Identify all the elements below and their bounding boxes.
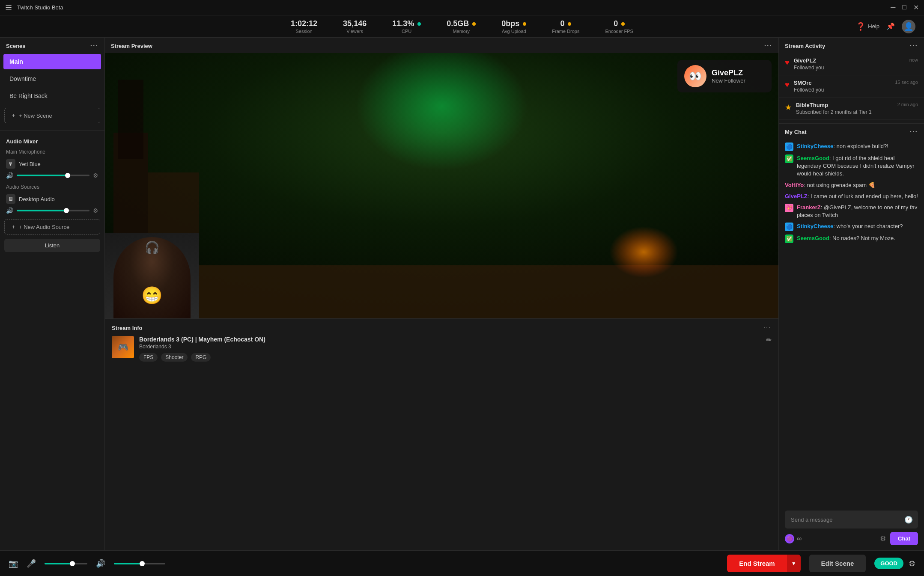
desktop-audio-device-row: 🖥 Desktop Audio [0, 193, 104, 205]
close-button[interactable]: ✕ [913, 3, 919, 12]
webcam-overlay: 🎧 😁 [105, 233, 199, 318]
good-status-badge: GOOD [874, 558, 903, 569]
stream-info-title: Stream Info [112, 325, 143, 331]
chat-settings-icon[interactable]: ⚙ [880, 534, 886, 543]
game-thumbnail-icon: 🎮 [118, 342, 128, 352]
chat-menu[interactable]: ··· [910, 128, 918, 136]
maximize-button[interactable]: □ [902, 3, 906, 12]
chat-username-6: StinkyCheese [797, 223, 833, 229]
encoderfps-status-dot [621, 22, 625, 26]
minimize-button[interactable]: ─ [891, 3, 895, 12]
speaker-icon[interactable]: 🔊 [96, 559, 105, 568]
chat-username-3: VoHiYo [785, 182, 804, 188]
bottom-volume-fill-2 [114, 563, 142, 564]
chat-messages: 🔵 StinkyCheese: non explosive build?! ✅ … [779, 139, 924, 506]
left-sidebar: Scenes ··· Main Downtime Be Right Back ＋… [0, 38, 105, 550]
pin-icon[interactable]: 📌 [886, 22, 895, 30]
chat-title: My Chat [785, 129, 807, 135]
chat-badge-5: 💖 [785, 204, 793, 212]
desktop-audio-volume-row: 🔊 ⚙ [0, 205, 104, 217]
scene-item-main[interactable]: Main [3, 54, 101, 69]
stream-tags: FPS Shooter RPG [139, 353, 761, 362]
scenes-section-header: Scenes ··· [0, 38, 104, 53]
microphone-volume-row: 🔊 ⚙ [0, 170, 104, 182]
memory-status-dot [472, 22, 476, 26]
scenes-menu-button[interactable]: ··· [90, 42, 98, 50]
chat-section: My Chat ··· 🔵 StinkyCheese: non explosiv… [779, 124, 924, 550]
chat-input-placeholder: Send a message [791, 517, 833, 523]
tag-fps: FPS [139, 353, 158, 362]
microphone-volume-slider[interactable] [17, 175, 89, 176]
follower-notification: 👀 GivePLZ New Follower [677, 60, 772, 92]
menu-icon[interactable]: ☰ [5, 3, 12, 12]
person-icon: 😁 [141, 285, 163, 306]
heart-icon-giveplz: ♥ [785, 58, 790, 67]
edit-scene-button[interactable]: Edit Scene [809, 555, 866, 572]
microphone-volume-fill [17, 175, 68, 176]
center-content: Stream Preview ··· [105, 38, 778, 550]
chat-badge-6: 🔵 [785, 223, 793, 231]
title-bar: ☰ Twitch Studio Beta ─ □ ✕ [0, 0, 924, 15]
plus-icon: ＋ [11, 112, 16, 119]
game-overlay [105, 53, 778, 318]
bottom-settings-icon[interactable]: ⚙ [909, 559, 915, 568]
cpu-status-dot [417, 22, 421, 26]
chat-username-4: GivePLZ [785, 193, 808, 199]
follower-info: GivePLZ New Follower [712, 68, 745, 84]
divider [0, 130, 104, 131]
end-stream-dropdown-button[interactable]: ▼ [787, 555, 801, 572]
chat-input-box[interactable]: Send a message 🕐 [785, 511, 918, 528]
tag-rpg: RPG [191, 353, 211, 362]
main-microphone-label: Main Microphone [0, 147, 104, 157]
chat-emoji-button[interactable]: 🕐 [904, 516, 913, 524]
new-scene-button[interactable]: ＋ + New Scene [4, 108, 100, 123]
chat-send-button[interactable]: Chat [890, 532, 918, 545]
microphone-device-icon: 🎙 [6, 159, 15, 169]
stat-frame-drops: 0 Frame Drops [552, 19, 579, 34]
follower-emoji: 👀 [689, 70, 702, 82]
stream-activity-menu[interactable]: ··· [910, 42, 918, 50]
headphones-icon: 🎧 [145, 240, 160, 255]
upload-status-dot [523, 22, 526, 26]
scene-item-downtime[interactable]: Downtime [3, 71, 101, 86]
activity-item-smorc: ♥ SMOrc Followed you 15 sec ago [779, 75, 924, 98]
mic-icon: 🎙 [8, 161, 13, 167]
bottom-volume-slider-2[interactable] [114, 563, 165, 564]
chat-bottom-row: 🟣 ∞ ⚙ Chat [785, 532, 918, 545]
audio-sources-label: Audio Sources [0, 182, 104, 193]
chat-header: My Chat ··· [779, 124, 924, 139]
chat-message-2: ✅ SeemsGood: I got rid of the shield hea… [785, 154, 918, 178]
microphone-bottom-icon[interactable]: 🎤 [27, 559, 36, 568]
microphone-volume-thumb [65, 173, 70, 178]
stream-preview-area: 👀 GivePLZ New Follower 🎧 😁 [105, 53, 778, 318]
stream-preview-title: Stream Preview [111, 43, 152, 49]
chat-message-6: 🔵 StinkyCheese: who's your next characte… [785, 223, 918, 231]
desktop-audio-settings-icon[interactable]: ⚙ [93, 207, 98, 214]
right-sidebar: Stream Activity ··· ♥ GivePLZ Followed y… [778, 38, 924, 550]
stat-encoder-fps: 0 Encoder FPS [605, 19, 633, 34]
stats-bar: 1:02:12 Session 35,146 Viewers 11.3% CPU… [0, 15, 924, 38]
microphone-device-name: Yeti Blue [19, 161, 41, 167]
star-icon-biblethump: ★ [785, 103, 792, 112]
avatar[interactable]: 👤 [902, 20, 915, 33]
help-button[interactable]: ❓ Help [856, 22, 879, 31]
chat-badge-2: ✅ [785, 154, 793, 163]
stream-info-edit-button[interactable]: ✏ [766, 336, 772, 344]
new-audio-source-button[interactable]: ＋ + New Audio Source [4, 219, 100, 235]
desktop-audio-device-name: Desktop Audio [19, 196, 55, 202]
follower-avatar: 👀 [684, 65, 706, 87]
camera-icon[interactable]: 📷 [9, 559, 18, 568]
listen-button[interactable]: Listen [4, 239, 100, 252]
microphone-settings-icon[interactable]: ⚙ [93, 172, 98, 179]
bottom-volume-slider-1[interactable] [45, 563, 87, 564]
game-thumbnail: 🎮 [112, 336, 134, 358]
stream-info-menu[interactable]: ··· [763, 324, 772, 332]
end-stream-button[interactable]: End Stream [727, 555, 787, 572]
stream-activity-header: Stream Activity ··· [779, 38, 924, 53]
chat-message-3: VoHiYo: not using grenade spam 🍕 [785, 181, 918, 189]
desktop-audio-volume-slider[interactable] [17, 210, 89, 211]
scene-item-be-right-back[interactable]: Be Right Back [3, 88, 101, 104]
stream-activity-title: Stream Activity [785, 43, 825, 49]
stream-info-panel: Stream Info ··· 🎮 Borderlands 3 (PC) | M… [105, 318, 778, 367]
stream-preview-menu[interactable]: ··· [764, 42, 772, 50]
